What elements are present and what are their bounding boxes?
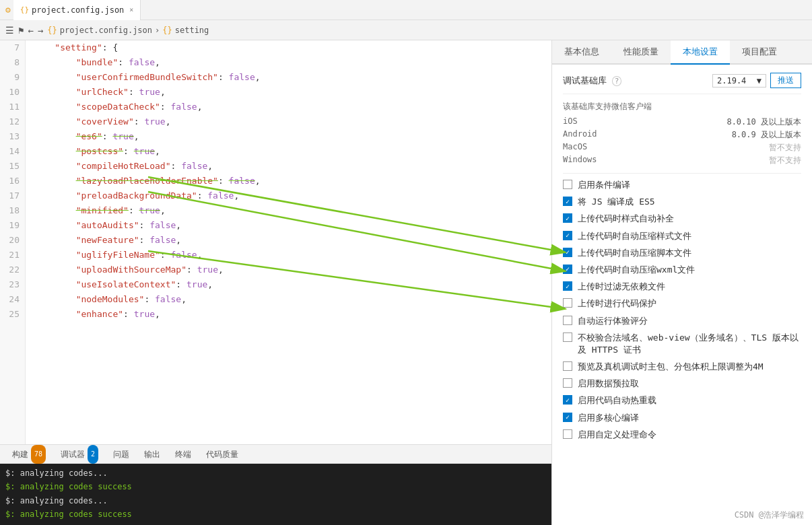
bottom-tab-label: 问题 xyxy=(113,445,129,464)
checkbox-0[interactable] xyxy=(563,180,572,189)
checkbox-row-5[interactable]: 上传代码时自动压缩wxml文件 xyxy=(563,264,801,276)
bottom-tab-构建[interactable]: 构建78 xyxy=(5,445,53,464)
lib-row: 调试基础库 ? 2.19.4 ▼ 推送 xyxy=(563,73,801,94)
checkbox-row-4[interactable]: 上传代码时自动压缩脚本文件 xyxy=(563,247,801,259)
badge: 78 xyxy=(31,445,46,464)
checkbox-10[interactable] xyxy=(563,361,572,371)
checkbox-2[interactable] xyxy=(563,213,572,223)
tab-label: project.config.json xyxy=(32,5,124,15)
checkbox-4[interactable] xyxy=(563,248,572,257)
checkbox-label-9: 不校验合法域名、web-view（业务域名）、TLS 版本以及 HTTPS 证书 xyxy=(578,332,801,356)
line-number: 20 xyxy=(5,233,20,248)
checkbox-row-3[interactable]: 上传代码时自动压缩样式文件 xyxy=(563,230,801,242)
bottom-tab-label: 构建 xyxy=(12,445,28,464)
checkbox-row-14[interactable]: 启用自定义处理命令 xyxy=(563,429,801,441)
console-line: $: analyzing codes... xyxy=(5,466,546,480)
code-line: "nodeModules": false, xyxy=(34,292,551,307)
code-line: "enhance": true, xyxy=(34,307,551,322)
code-line: "postcss": true, xyxy=(34,144,551,159)
json-icon: {} xyxy=(20,5,29,14)
line-number: 17 xyxy=(5,188,20,203)
bottom-tab-label: 调试器 xyxy=(61,445,85,464)
right-tab-项目配置[interactable]: 项目配置 xyxy=(730,40,789,65)
bottom-tab-输出[interactable]: 输出 xyxy=(137,445,167,464)
code-line: "uglifyFileName": false, xyxy=(34,248,551,262)
line-number: 18 xyxy=(5,203,20,218)
code-line: "es6": true, xyxy=(34,129,551,144)
checkbox-row-8[interactable]: 自动运行体验评分 xyxy=(563,315,801,327)
checkbox-13[interactable] xyxy=(563,413,572,422)
platform-version: 暂不支持 xyxy=(683,142,801,153)
project-icon: ⚙ xyxy=(5,5,11,15)
line-number: 16 xyxy=(5,174,20,188)
support-label: 该基础库支持微信客户端 xyxy=(563,101,801,112)
right-tab-本地设置[interactable]: 本地设置 xyxy=(671,40,730,65)
checkbox-3[interactable] xyxy=(563,231,572,240)
checkbox-6[interactable] xyxy=(563,281,572,291)
checkbox-label-10: 预览及真机调试时主包、分包体积上限调整为4M xyxy=(578,361,801,373)
editor-tab[interactable]: {} project.config.json × xyxy=(13,0,141,20)
console-line: $: analyzing codes success xyxy=(5,480,546,493)
line-number: 14 xyxy=(5,144,20,159)
bottom-tab-label: 代码质量 xyxy=(206,445,238,464)
checkbox-row-2[interactable]: 上传代码时样式自动补全 xyxy=(563,213,801,225)
lib-push-button[interactable]: 推送 xyxy=(770,73,801,88)
bottom-tab-问题[interactable]: 问题 xyxy=(106,445,136,464)
code-line: "scopeDataCheck": false, xyxy=(34,100,551,114)
back-icon[interactable]: ← xyxy=(28,25,33,36)
bottom-tab-终端[interactable]: 终端 xyxy=(168,445,198,464)
bookmark-icon[interactable]: ⚑ xyxy=(18,25,24,36)
checkbox-row-0[interactable]: 启用条件编译 xyxy=(563,179,801,191)
breadcrumb-sep: › xyxy=(155,26,160,35)
code-line: "autoAudits": false, xyxy=(34,218,551,233)
code-line: "uploadWithSourceMap": true, xyxy=(34,262,551,277)
code-content[interactable]: "setting": { "bundle": false, "userConfi… xyxy=(26,40,551,444)
right-tab-性能质量[interactable]: 性能质量 xyxy=(611,40,671,65)
right-content[interactable]: 调试基础库 ? 2.19.4 ▼ 推送 该基础库支持微信客户端iOS8.0.10… xyxy=(552,65,812,505)
checkbox-12[interactable] xyxy=(563,395,572,405)
checkbox-1[interactable] xyxy=(563,197,572,206)
forward-icon[interactable]: → xyxy=(38,25,43,36)
code-line: "coverView": true, xyxy=(34,114,551,129)
checkbox-14[interactable] xyxy=(563,429,572,439)
checkbox-row-10[interactable]: 预览及真机调试时主包、分包体积上限调整为4M xyxy=(563,361,801,373)
checkbox-row-6[interactable]: 上传时过滤无依赖文件 xyxy=(563,281,801,293)
code-line: "preloadBackgroundData": false, xyxy=(34,188,551,203)
tab-close-icon[interactable]: × xyxy=(129,6,133,13)
checkbox-5[interactable] xyxy=(563,265,572,274)
checkbox-row-12[interactable]: 启用代码自动热重载 xyxy=(563,394,801,407)
checkbox-8[interactable] xyxy=(563,316,572,325)
menu-icon[interactable]: ☰ xyxy=(5,25,14,36)
checkbox-11[interactable] xyxy=(563,378,572,388)
checkbox-label-7: 上传时进行代码保护 xyxy=(578,298,801,310)
line-number: 23 xyxy=(5,277,20,292)
right-tabs: 基本信息性能质量本地设置项目配置 xyxy=(552,40,812,65)
line-number: 8 xyxy=(5,55,20,70)
lib-version-dropdown[interactable]: 2.19.4 ▼ xyxy=(712,74,766,88)
line-number: 9 xyxy=(5,70,20,85)
line-number: 24 xyxy=(5,292,20,307)
bottom-tab-代码质量[interactable]: 代码质量 xyxy=(199,445,245,464)
line-number: 12 xyxy=(5,114,20,129)
checkbox-row-11[interactable]: 启用数据预拉取 xyxy=(563,378,801,390)
checkbox-7[interactable] xyxy=(563,298,572,308)
right-panel: 基本信息性能质量本地设置项目配置 调试基础库 ? 2.19.4 ▼ 推送 该基础… xyxy=(552,40,812,525)
checkbox-row-7[interactable]: 上传时进行代码保护 xyxy=(563,298,801,310)
lib-label: 调试基础库 ? xyxy=(563,75,712,87)
checkbox-row-13[interactable]: 启用多核心编译 xyxy=(563,412,801,424)
bottom-tab-调试器[interactable]: 调试器2 xyxy=(54,445,105,464)
bottom-panel: 构建78调试器2问题输出终端代码质量 $: analyzing codes...… xyxy=(0,444,551,525)
badge: 2 xyxy=(88,445,98,464)
editor-panel: 78910111213141516171819202122232425 "set… xyxy=(0,40,552,525)
checkbox-row-9[interactable]: 不校验合法域名、web-view（业务域名）、TLS 版本以及 HTTPS 证书 xyxy=(563,332,801,356)
divider xyxy=(563,173,801,174)
checkbox-label-4: 上传代码时自动压缩脚本文件 xyxy=(578,247,801,259)
code-line: "setting": { xyxy=(34,40,551,55)
checkbox-label-0: 启用条件编译 xyxy=(578,179,801,191)
checkbox-label-3: 上传代码时自动压缩样式文件 xyxy=(578,230,801,242)
right-tab-基本信息[interactable]: 基本信息 xyxy=(552,40,611,65)
checkbox-row-1[interactable]: 将 JS 编译成 ES5 xyxy=(563,196,801,208)
platform-os: iOS xyxy=(563,116,681,128)
code-area[interactable]: 78910111213141516171819202122232425 "set… xyxy=(0,40,551,444)
checkbox-9[interactable] xyxy=(563,332,572,342)
